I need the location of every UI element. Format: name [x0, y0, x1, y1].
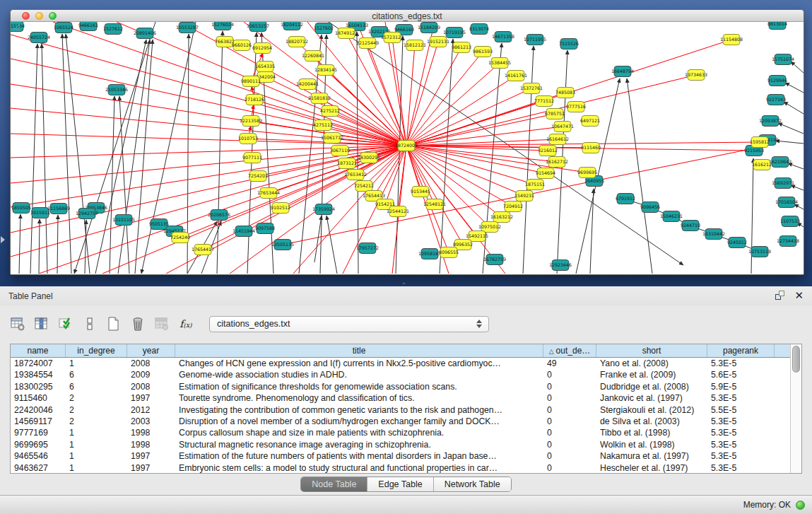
network-canvas[interactable]: 2015334240557241065524946616115276122089… [11, 22, 804, 274]
network-node[interactable]: 12942757 [76, 209, 98, 219]
network-node[interactable]: 8096555 [439, 247, 459, 258]
network-node[interactable]: 15723121 [381, 33, 404, 43]
network-node[interactable]: 9890111 [241, 76, 261, 87]
network-node[interactable]: 9154694 [536, 168, 555, 179]
network-node[interactable]: 24055724 [28, 33, 50, 43]
delete-table-icon[interactable] [127, 313, 148, 334]
network-node[interactable]: 21053346 [105, 85, 128, 95]
column-header-name[interactable]: name [11, 344, 66, 357]
network-node[interactable]: 13505135 [271, 240, 294, 250]
table-selector-dropdown[interactable]: citations_edges.txt [209, 316, 489, 332]
network-node[interactable]: 7204912 [503, 201, 523, 212]
column-header-in_degree[interactable]: in_degree [66, 344, 127, 357]
network-node[interactable]: 9115460 [581, 143, 601, 153]
network-node[interactable]: 18724007 [395, 141, 418, 151]
network-node[interactable]: 15372761 [520, 83, 543, 94]
network-node[interactable]: 18820712 [286, 37, 308, 47]
network-node[interactable]: 18204112 [281, 22, 303, 30]
network-node[interactable]: 7515526 [559, 39, 579, 49]
network-node[interactable]: 9227343 [766, 95, 786, 105]
network-node[interactable]: 12834145 [314, 65, 337, 76]
network-node[interactable]: 17016504 [775, 197, 798, 208]
network-node[interactable]: 1107533 [780, 216, 800, 227]
network-node[interactable]: 6785751 [545, 109, 565, 119]
network-node[interactable]: 6497121 [580, 116, 600, 127]
network-node[interactable]: 1654335 [255, 62, 275, 72]
network-node[interactable]: 10647471 [551, 122, 574, 132]
network-node[interactable]: 1595812 [750, 137, 770, 148]
network-node[interactable]: 7254240 [170, 233, 190, 243]
network-node[interactable]: 16782759 [483, 255, 506, 265]
network-node[interactable]: 1527602 [314, 23, 334, 34]
network-node[interactable]: 18300295 [358, 153, 380, 163]
network-node[interactable]: 15046231 [660, 211, 683, 222]
network-node[interactable]: 1549231 [514, 191, 534, 201]
network-window-titlebar[interactable]: citations_edges.txt [11, 10, 804, 22]
network-node[interactable]: 9102512 [271, 203, 290, 214]
network-node[interactable]: 21581812 [308, 93, 331, 104]
network-node[interactable]: 9861593 [473, 47, 493, 57]
network-node[interactable]: 10553287 [176, 23, 199, 33]
network-node[interactable]: 12213589 [240, 116, 262, 127]
network-node[interactable]: 11451944 [233, 226, 255, 237]
tab-node-table[interactable]: Node Table [301, 477, 367, 491]
network-node[interactable]: 12093872 [759, 116, 782, 127]
network-node[interactable]: 15384455 [488, 58, 511, 69]
network-node[interactable]: 12548121 [423, 199, 446, 210]
network-node[interactable]: 1527612 [103, 24, 123, 35]
network-node[interactable]: 18749121 [335, 28, 358, 39]
resize-grip[interactable] [11, 22, 20, 32]
float-panel-icon[interactable] [775, 291, 784, 300]
network-node[interactable]: 16162712 [546, 157, 568, 168]
network-node[interactable]: 9245012 [727, 238, 747, 248]
network-node[interactable]: 10958187 [418, 249, 441, 259]
network-node[interactable]: 15812121 [404, 40, 426, 51]
table-row[interactable]: 946362711997Embryonic stem cells: a mode… [11, 462, 790, 474]
show-columns-icon[interactable] [31, 313, 52, 334]
network-node[interactable]: 20891406 [134, 28, 156, 39]
network-node[interactable]: 9244710 [681, 221, 700, 231]
network-node[interactable]: 12125449 [356, 38, 379, 49]
network-node[interactable]: 9660126 [232, 40, 252, 51]
network-node[interactable]: 10719195 [443, 28, 466, 38]
table-row[interactable]: 911546021997Tourette syndrome. Phenomeno… [11, 392, 790, 404]
network-node[interactable]: 10711955 [524, 35, 546, 45]
network-node[interactable]: 1616212 [752, 160, 772, 170]
network-node[interactable]: 17653412 [344, 170, 367, 180]
function-builder-icon[interactable]: f(x) [175, 313, 196, 334]
network-node[interactable]: 12260841 [302, 51, 324, 62]
network-node[interactable]: 9077111 [242, 153, 262, 163]
table-row[interactable]: 977716911998Corpus callosum shape and si… [11, 427, 790, 438]
network-node[interactable]: 13151105 [112, 215, 135, 226]
network-node[interactable]: 9097588 [255, 223, 275, 234]
tab-edge-table[interactable]: Edge Table [367, 477, 433, 491]
table-settings-icon[interactable] [7, 313, 28, 334]
network-node[interactable]: 17957272 [356, 243, 379, 254]
network-node[interactable]: 1873121 [337, 158, 357, 169]
network-node[interactable]: 4275112 [313, 120, 333, 131]
network-node[interactable]: 6791912 [616, 194, 635, 204]
network-node[interactable]: 15184209 [418, 23, 440, 33]
new-table-icon[interactable] [103, 313, 124, 334]
network-node[interactable]: 8912954 [252, 43, 272, 54]
column-header-short[interactable]: short [596, 344, 707, 357]
column-header-pagerank[interactable]: pagerank [707, 344, 775, 357]
network-node[interactable]: 4275212 [320, 106, 340, 117]
network-node[interactable]: 9129946 [767, 76, 787, 86]
table-row[interactable]: 1872400712008Changes of HCN gene express… [11, 358, 790, 369]
network-node[interactable]: 10653257 [247, 22, 269, 32]
collapsed-panel-handle[interactable] [1, 236, 5, 243]
column-header-title[interactable]: title [175, 344, 543, 357]
network-node[interactable]: 17654417 [192, 245, 214, 255]
table-row[interactable]: 1938455462009Genome-wide association stu… [11, 369, 790, 380]
close-panel-icon[interactable]: ✕ [794, 290, 804, 300]
table-row[interactable]: 969969511998Structural magnetic resonanc… [11, 439, 790, 450]
network-node[interactable]: 9777516 [566, 102, 586, 112]
network-node[interactable]: 16164612 [546, 134, 569, 145]
network-node[interactable]: 1875151 [525, 180, 545, 190]
network-node[interactable]: 1850505 [11, 203, 31, 214]
network-node[interactable]: 17653444 [257, 188, 280, 199]
network-node[interactable]: 7771512 [534, 96, 554, 107]
network-node[interactable]: 7254201 [248, 171, 268, 182]
network-node[interactable]: 7485083 [555, 88, 575, 98]
